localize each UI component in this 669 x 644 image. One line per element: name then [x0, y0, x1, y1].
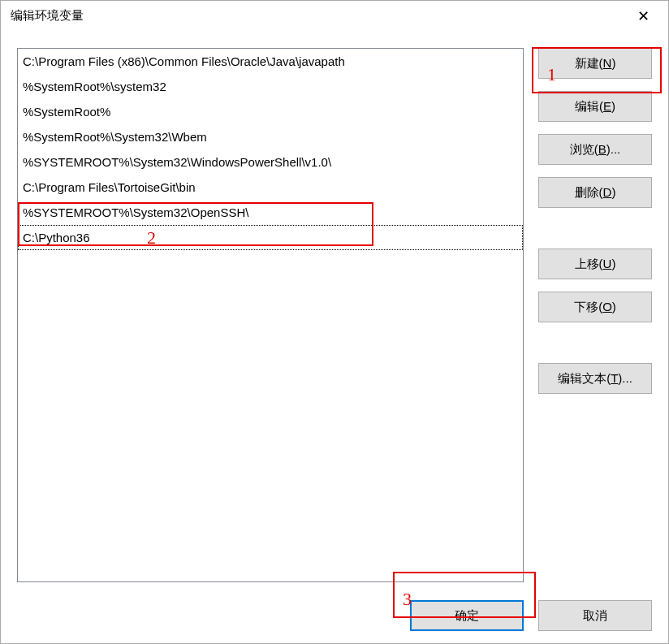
move-up-button[interactable]: 上移(U): [538, 249, 652, 279]
list-item[interactable]: %SystemRoot%: [18, 99, 523, 124]
list-item[interactable]: %SYSTEMROOT%\System32\WindowsPowerShell\…: [18, 149, 523, 175]
close-icon: ✕: [637, 7, 650, 25]
list-item[interactable]: C:\Program Files\TortoiseGit\bin: [18, 175, 523, 200]
side-buttons: 新建(N) 编辑(E) 浏览(B)... 删除(D) 上移(U) 下移(O) 编…: [538, 48, 652, 582]
move-down-button[interactable]: 下移(O): [538, 292, 652, 322]
edit-text-button[interactable]: 编辑文本(T)...: [538, 363, 652, 394]
window-title: 编辑环境变量: [11, 8, 84, 24]
content-area: C:\Program Files (x86)\Common Files\Orac…: [1, 32, 668, 643]
main-area: C:\Program Files (x86)\Common Files\Orac…: [17, 48, 652, 582]
delete-button[interactable]: 删除(D): [538, 177, 652, 208]
browse-button[interactable]: 浏览(B)...: [538, 134, 652, 165]
list-item[interactable]: %SYSTEMROOT%\System32\OpenSSH\: [18, 200, 523, 225]
new-button[interactable]: 新建(N): [538, 48, 652, 79]
list-item-selected[interactable]: C:\Python36: [18, 225, 523, 250]
path-list[interactable]: C:\Program Files (x86)\Common Files\Orac…: [17, 48, 524, 582]
edit-button[interactable]: 编辑(E): [538, 91, 652, 122]
dialog-window: 编辑环境变量 ✕ C:\Program Files (x86)\Common F…: [0, 0, 669, 644]
list-item[interactable]: %SystemRoot%\System32\Wbem: [18, 124, 523, 149]
list-item[interactable]: %SystemRoot%\system32: [18, 74, 523, 99]
bottom-buttons: 确定 取消: [17, 582, 652, 631]
ok-button[interactable]: 确定: [410, 600, 524, 631]
list-item[interactable]: C:\Program Files (x86)\Common Files\Orac…: [18, 49, 523, 74]
titlebar: 编辑环境变量 ✕: [1, 1, 668, 32]
close-button[interactable]: ✕: [624, 3, 662, 29]
cancel-button[interactable]: 取消: [538, 600, 652, 631]
